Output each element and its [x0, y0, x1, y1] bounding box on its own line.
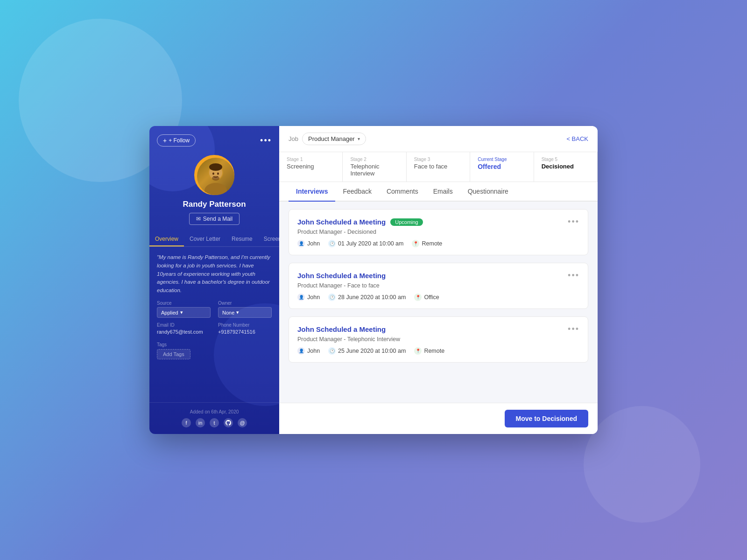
interview-1-more-icon[interactable]: •••: [568, 217, 579, 227]
stage-1[interactable]: Stage 1 Screening: [279, 152, 343, 182]
interviews-list: John Scheduled a Meeting Upcoming ••• Pr…: [279, 202, 598, 403]
stage-1-name: Screening: [287, 163, 335, 170]
source-value: Applied: [161, 310, 178, 315]
location-icon-2: 📍: [414, 294, 422, 301]
current-stage-num: Current Stage: [478, 157, 526, 162]
right-header: Job Product Manager ▾ < BACK: [279, 126, 598, 152]
add-tags-button[interactable]: Add Tags: [157, 349, 190, 359]
avatar-section: Randy Patterson ✉ Send a Mail: [149, 155, 279, 225]
app-container: + + Follow •••: [149, 126, 598, 434]
stage-5[interactable]: Stage 5 Decisioned: [534, 152, 598, 182]
github-icon[interactable]: [224, 418, 233, 427]
tab-screen[interactable]: Screen: [258, 232, 279, 246]
clock-icon-2: 🕐: [328, 294, 336, 301]
right-panel: Job Product Manager ▾ < BACK Stage 1 Scr…: [279, 126, 598, 434]
bio-section: "My name is Randy Patterson, and I'm cur…: [149, 247, 279, 295]
owner-select[interactable]: None ▾: [218, 307, 272, 318]
phone-block: Phone Number +918792741516: [218, 322, 272, 335]
tab-questionnaire[interactable]: Questionnaire: [460, 182, 516, 202]
stages-bar: Stage 1 Screening Stage 2 Telephonic Int…: [279, 152, 598, 182]
stage-3[interactable]: Stage 3 Face to face: [407, 152, 470, 182]
more-options-icon[interactable]: •••: [260, 136, 272, 146]
phone-value: +918792741516: [218, 329, 272, 335]
tab-resume[interactable]: Resume: [226, 232, 258, 246]
interview-3-title-row: John Scheduled a Meeting: [297, 325, 386, 333]
tab-emails[interactable]: Emails: [426, 182, 460, 202]
meta-section: Source Applied ▾ Owner None ▾ Email ID: [149, 295, 279, 339]
candidate-nav-tabs: Overview Cover Letter Resume Screen: [149, 232, 279, 247]
back-button[interactable]: < BACK: [566, 135, 588, 142]
job-selector: Job Product Manager ▾: [289, 133, 366, 145]
owner-value: None: [222, 310, 234, 315]
stage-2-num: Stage 2: [350, 157, 398, 162]
twitter-icon[interactable]: t: [210, 418, 219, 427]
plus-icon: +: [163, 137, 167, 144]
interview-1-loc-text: Remote: [422, 240, 442, 247]
bio-text: "My name is Randy Patterson, and I'm cur…: [157, 253, 272, 295]
back-label: < BACK: [566, 135, 588, 142]
interview-3-subtitle: Product Manager - Telephonic Interview: [297, 336, 579, 343]
interview-3-more-icon[interactable]: •••: [568, 324, 579, 334]
stage-5-name: Decisioned: [542, 163, 590, 170]
current-stage-name: Offered: [478, 163, 526, 170]
interview-3-datetime: 🕐 25 June 2020 at 10:00 am: [328, 347, 406, 355]
linkedin-icon[interactable]: in: [196, 418, 205, 427]
interview-3-interviewer-name: John: [307, 348, 320, 354]
interview-2-location: 📍 Office: [414, 294, 439, 301]
job-dropdown[interactable]: Product Manager ▾: [302, 133, 366, 145]
interview-3-location: 📍 Remote: [414, 347, 444, 355]
job-chevron-icon: ▾: [358, 136, 360, 141]
clock-icon-3: 🕐: [328, 347, 336, 355]
email-value: randy675@test.com: [157, 329, 211, 335]
candidate-name: Randy Patterson: [183, 200, 246, 209]
svg-point-6: [209, 163, 222, 171]
stage-current[interactable]: Current Stage Offered: [470, 152, 534, 182]
interview-2-datetime: 🕐 28 June 2020 at 10:00 am: [328, 294, 406, 301]
interview-2-title: John Scheduled a Meeting: [297, 272, 386, 280]
left-panel-top: + + Follow •••: [149, 126, 279, 151]
interview-3-time: 25 June 2020 at 10:00 am: [338, 348, 406, 354]
interview-1-time: 01 July 2020 at 10:00 am: [338, 240, 403, 247]
tab-cover-letter[interactable]: Cover Letter: [184, 232, 226, 246]
right-footer: Move to Decisioned: [279, 403, 598, 434]
tags-section: Tags Add Tags: [149, 339, 279, 359]
upcoming-badge: Upcoming: [390, 218, 423, 226]
interview-2-time: 28 June 2020 at 10:00 am: [338, 294, 406, 301]
stage-2[interactable]: Stage 2 Telephonic Interview: [343, 152, 406, 182]
interview-2-interviewer: 👤 John: [297, 294, 320, 301]
interview-2-interviewer-name: John: [307, 294, 320, 301]
interview-card-1-header: John Scheduled a Meeting Upcoming •••: [297, 217, 579, 227]
tab-overview[interactable]: Overview: [149, 232, 184, 246]
facebook-icon[interactable]: f: [182, 418, 191, 427]
tab-feedback[interactable]: Feedback: [335, 182, 379, 202]
phone-label: Phone Number: [218, 322, 272, 328]
person-icon-3: 👤: [297, 347, 305, 355]
website-icon[interactable]: @: [238, 418, 247, 427]
move-to-decisioned-button[interactable]: Move to Decisioned: [505, 410, 588, 427]
interview-card-1: John Scheduled a Meeting Upcoming ••• Pr…: [289, 209, 588, 255]
interview-2-meta: 👤 John 🕐 28 June 2020 at 10:00 am 📍 Offi…: [297, 294, 579, 301]
content-tabs: Interviews Feedback Comments Emails Ques…: [279, 182, 598, 202]
owner-chevron: ▾: [236, 309, 239, 315]
interview-1-meta: 👤 John 🕐 01 July 2020 at 10:00 am 📍 Remo…: [297, 240, 579, 247]
tab-comments[interactable]: Comments: [379, 182, 426, 202]
tags-label: Tags: [157, 342, 272, 347]
location-icon-3: 📍: [414, 347, 422, 355]
follow-button[interactable]: + + Follow: [157, 134, 196, 147]
interview-2-loc-text: Office: [424, 294, 439, 301]
interview-1-title: John Scheduled a Meeting: [297, 218, 386, 226]
avatar-image: [197, 158, 234, 195]
avatar: [197, 158, 234, 195]
send-mail-button[interactable]: ✉ Send a Mail: [189, 213, 240, 225]
stage-1-num: Stage 1: [287, 157, 335, 162]
svg-point-5: [212, 176, 219, 181]
source-owner-row: Source Applied ▾ Owner None ▾: [157, 301, 272, 318]
interview-card-3: John Scheduled a Meeting ••• Product Man…: [289, 316, 588, 363]
tab-interviews[interactable]: Interviews: [289, 182, 335, 202]
stage-2-name: Telephonic Interview: [350, 163, 398, 177]
svg-point-1: [204, 183, 227, 195]
location-icon-1: 📍: [412, 240, 419, 247]
interview-2-more-icon[interactable]: •••: [568, 271, 579, 280]
send-mail-label: Send a Mail: [203, 216, 233, 222]
source-select[interactable]: Applied ▾: [157, 307, 211, 318]
